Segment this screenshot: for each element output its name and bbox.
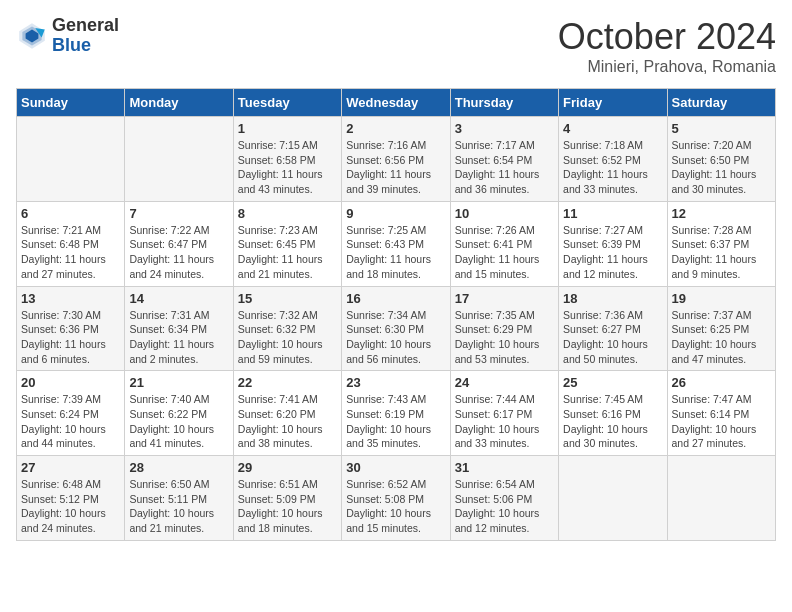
logo: General Blue	[16, 16, 119, 56]
day-info: Sunrise: 7:21 AMSunset: 6:48 PMDaylight:…	[21, 223, 120, 282]
day-info: Sunrise: 7:35 AMSunset: 6:29 PMDaylight:…	[455, 308, 554, 367]
day-info: Sunrise: 7:45 AMSunset: 6:16 PMDaylight:…	[563, 392, 662, 451]
month-title: October 2024	[558, 16, 776, 58]
day-cell: 15Sunrise: 7:32 AMSunset: 6:32 PMDayligh…	[233, 286, 341, 371]
day-number: 11	[563, 206, 662, 221]
day-info: Sunrise: 6:48 AMSunset: 5:12 PMDaylight:…	[21, 477, 120, 536]
day-cell: 29Sunrise: 6:51 AMSunset: 5:09 PMDayligh…	[233, 456, 341, 541]
day-cell: 13Sunrise: 7:30 AMSunset: 6:36 PMDayligh…	[17, 286, 125, 371]
day-number: 28	[129, 460, 228, 475]
day-number: 24	[455, 375, 554, 390]
day-cell: 28Sunrise: 6:50 AMSunset: 5:11 PMDayligh…	[125, 456, 233, 541]
day-number: 16	[346, 291, 445, 306]
title-section: October 2024 Minieri, Prahova, Romania	[558, 16, 776, 76]
week-row-4: 20Sunrise: 7:39 AMSunset: 6:24 PMDayligh…	[17, 371, 776, 456]
day-cell: 14Sunrise: 7:31 AMSunset: 6:34 PMDayligh…	[125, 286, 233, 371]
day-info: Sunrise: 7:25 AMSunset: 6:43 PMDaylight:…	[346, 223, 445, 282]
day-cell: 5Sunrise: 7:20 AMSunset: 6:50 PMDaylight…	[667, 117, 775, 202]
day-number: 13	[21, 291, 120, 306]
header-tuesday: Tuesday	[233, 89, 341, 117]
day-info: Sunrise: 6:51 AMSunset: 5:09 PMDaylight:…	[238, 477, 337, 536]
calendar-table: SundayMondayTuesdayWednesdayThursdayFrid…	[16, 88, 776, 541]
day-info: Sunrise: 6:50 AMSunset: 5:11 PMDaylight:…	[129, 477, 228, 536]
day-number: 10	[455, 206, 554, 221]
day-info: Sunrise: 7:28 AMSunset: 6:37 PMDaylight:…	[672, 223, 771, 282]
day-number: 6	[21, 206, 120, 221]
day-number: 20	[21, 375, 120, 390]
day-info: Sunrise: 7:18 AMSunset: 6:52 PMDaylight:…	[563, 138, 662, 197]
day-info: Sunrise: 7:22 AMSunset: 6:47 PMDaylight:…	[129, 223, 228, 282]
week-row-5: 27Sunrise: 6:48 AMSunset: 5:12 PMDayligh…	[17, 456, 776, 541]
day-cell	[559, 456, 667, 541]
day-cell: 26Sunrise: 7:47 AMSunset: 6:14 PMDayligh…	[667, 371, 775, 456]
day-cell: 27Sunrise: 6:48 AMSunset: 5:12 PMDayligh…	[17, 456, 125, 541]
day-number: 7	[129, 206, 228, 221]
day-number: 1	[238, 121, 337, 136]
day-info: Sunrise: 7:32 AMSunset: 6:32 PMDaylight:…	[238, 308, 337, 367]
day-number: 9	[346, 206, 445, 221]
day-info: Sunrise: 7:40 AMSunset: 6:22 PMDaylight:…	[129, 392, 228, 451]
header-thursday: Thursday	[450, 89, 558, 117]
day-number: 15	[238, 291, 337, 306]
day-cell: 21Sunrise: 7:40 AMSunset: 6:22 PMDayligh…	[125, 371, 233, 456]
day-cell: 25Sunrise: 7:45 AMSunset: 6:16 PMDayligh…	[559, 371, 667, 456]
day-cell: 16Sunrise: 7:34 AMSunset: 6:30 PMDayligh…	[342, 286, 450, 371]
day-number: 12	[672, 206, 771, 221]
calendar-header-row: SundayMondayTuesdayWednesdayThursdayFrid…	[17, 89, 776, 117]
day-info: Sunrise: 7:27 AMSunset: 6:39 PMDaylight:…	[563, 223, 662, 282]
day-info: Sunrise: 6:52 AMSunset: 5:08 PMDaylight:…	[346, 477, 445, 536]
logo-text: General Blue	[52, 16, 119, 56]
day-cell: 31Sunrise: 6:54 AMSunset: 5:06 PMDayligh…	[450, 456, 558, 541]
week-row-3: 13Sunrise: 7:30 AMSunset: 6:36 PMDayligh…	[17, 286, 776, 371]
day-number: 21	[129, 375, 228, 390]
day-number: 5	[672, 121, 771, 136]
day-info: Sunrise: 7:15 AMSunset: 6:58 PMDaylight:…	[238, 138, 337, 197]
day-cell: 7Sunrise: 7:22 AMSunset: 6:47 PMDaylight…	[125, 201, 233, 286]
day-cell: 12Sunrise: 7:28 AMSunset: 6:37 PMDayligh…	[667, 201, 775, 286]
day-cell	[17, 117, 125, 202]
day-cell: 6Sunrise: 7:21 AMSunset: 6:48 PMDaylight…	[17, 201, 125, 286]
header-monday: Monday	[125, 89, 233, 117]
day-cell	[667, 456, 775, 541]
day-cell: 1Sunrise: 7:15 AMSunset: 6:58 PMDaylight…	[233, 117, 341, 202]
day-cell: 8Sunrise: 7:23 AMSunset: 6:45 PMDaylight…	[233, 201, 341, 286]
day-info: Sunrise: 7:44 AMSunset: 6:17 PMDaylight:…	[455, 392, 554, 451]
day-number: 23	[346, 375, 445, 390]
page-header: General Blue October 2024 Minieri, Praho…	[16, 16, 776, 76]
day-info: Sunrise: 7:47 AMSunset: 6:14 PMDaylight:…	[672, 392, 771, 451]
day-number: 19	[672, 291, 771, 306]
location: Minieri, Prahova, Romania	[558, 58, 776, 76]
day-info: Sunrise: 7:36 AMSunset: 6:27 PMDaylight:…	[563, 308, 662, 367]
week-row-2: 6Sunrise: 7:21 AMSunset: 6:48 PMDaylight…	[17, 201, 776, 286]
header-saturday: Saturday	[667, 89, 775, 117]
day-number: 25	[563, 375, 662, 390]
day-number: 22	[238, 375, 337, 390]
day-info: Sunrise: 7:41 AMSunset: 6:20 PMDaylight:…	[238, 392, 337, 451]
day-cell: 2Sunrise: 7:16 AMSunset: 6:56 PMDaylight…	[342, 117, 450, 202]
day-cell: 30Sunrise: 6:52 AMSunset: 5:08 PMDayligh…	[342, 456, 450, 541]
day-cell: 24Sunrise: 7:44 AMSunset: 6:17 PMDayligh…	[450, 371, 558, 456]
day-info: Sunrise: 7:37 AMSunset: 6:25 PMDaylight:…	[672, 308, 771, 367]
day-number: 18	[563, 291, 662, 306]
day-cell	[125, 117, 233, 202]
day-info: Sunrise: 7:26 AMSunset: 6:41 PMDaylight:…	[455, 223, 554, 282]
day-cell: 23Sunrise: 7:43 AMSunset: 6:19 PMDayligh…	[342, 371, 450, 456]
week-row-1: 1Sunrise: 7:15 AMSunset: 6:58 PMDaylight…	[17, 117, 776, 202]
day-number: 30	[346, 460, 445, 475]
header-sunday: Sunday	[17, 89, 125, 117]
day-cell: 11Sunrise: 7:27 AMSunset: 6:39 PMDayligh…	[559, 201, 667, 286]
day-info: Sunrise: 7:39 AMSunset: 6:24 PMDaylight:…	[21, 392, 120, 451]
header-wednesday: Wednesday	[342, 89, 450, 117]
day-cell: 9Sunrise: 7:25 AMSunset: 6:43 PMDaylight…	[342, 201, 450, 286]
day-number: 27	[21, 460, 120, 475]
day-cell: 10Sunrise: 7:26 AMSunset: 6:41 PMDayligh…	[450, 201, 558, 286]
day-number: 8	[238, 206, 337, 221]
day-cell: 17Sunrise: 7:35 AMSunset: 6:29 PMDayligh…	[450, 286, 558, 371]
day-number: 4	[563, 121, 662, 136]
day-number: 14	[129, 291, 228, 306]
header-friday: Friday	[559, 89, 667, 117]
day-info: Sunrise: 7:34 AMSunset: 6:30 PMDaylight:…	[346, 308, 445, 367]
day-cell: 18Sunrise: 7:36 AMSunset: 6:27 PMDayligh…	[559, 286, 667, 371]
logo-icon	[16, 20, 48, 52]
day-info: Sunrise: 7:43 AMSunset: 6:19 PMDaylight:…	[346, 392, 445, 451]
